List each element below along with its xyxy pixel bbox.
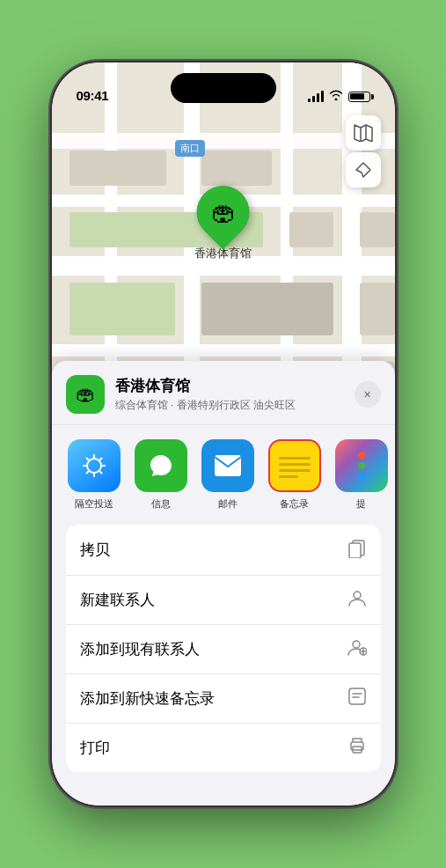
signal-icon (308, 91, 324, 102)
action-quick-note-label: 添加到新快速备忘录 (80, 688, 215, 709)
venue-info: 香港体育馆 综合体育馆 · 香港特别行政区 油尖旺区 (115, 376, 355, 413)
share-item-messages[interactable]: 信息 (133, 439, 189, 511)
phone-frame: 09:41 (52, 63, 395, 805)
sheet-header: 🏟 香港体育馆 综合体育馆 · 香港特别行政区 油尖旺区 × (52, 361, 395, 425)
venue-icon: 🏟 (66, 375, 105, 414)
messages-label: 信息 (151, 497, 171, 511)
location-button[interactable] (346, 152, 381, 188)
share-item-airdrop[interactable]: 隔空投送 (66, 439, 122, 511)
print-icon (347, 736, 367, 760)
action-new-contact[interactable]: 新建联系人 (66, 576, 381, 625)
dynamic-island (171, 73, 276, 103)
venue-desc: 综合体育馆 · 香港特别行政区 油尖旺区 (115, 398, 355, 413)
more-icon-box (335, 439, 388, 492)
mail-label: 邮件 (218, 497, 238, 511)
svg-point-4 (354, 592, 361, 599)
status-icons (308, 90, 370, 103)
close-button[interactable]: × (355, 381, 381, 408)
notes-label: 备忘录 (280, 497, 309, 511)
stadium-icon: 🏟 (211, 198, 236, 227)
bottom-sheet: 🏟 香港体育馆 综合体育馆 · 香港特别行政区 油尖旺区 × (52, 361, 395, 805)
action-print[interactable]: 打印 (66, 724, 381, 772)
map-entrance-label: 南口 (175, 140, 205, 157)
add-existing-icon (347, 637, 367, 661)
share-item-mail[interactable]: 邮件 (200, 439, 256, 511)
new-contact-icon (347, 588, 367, 612)
battery-icon (348, 92, 370, 102)
more-label: 提 (356, 497, 366, 511)
mail-icon-box (201, 439, 254, 492)
pin-bubble: 🏟 (186, 175, 260, 250)
messages-icon-box (135, 439, 187, 492)
airdrop-label: 隔空投送 (75, 497, 113, 511)
map-type-button[interactable] (346, 115, 381, 151)
svg-rect-7 (349, 688, 365, 704)
share-row: 隔空投送 信息 (52, 425, 395, 518)
status-time: 09:41 (77, 88, 109, 103)
action-quick-note[interactable]: 添加到新快速备忘录 (66, 674, 381, 724)
wifi-icon (329, 90, 343, 103)
notes-icon-box (268, 439, 321, 492)
action-copy-label: 拷贝 (80, 540, 110, 560)
copy-icon (347, 537, 367, 563)
share-item-more[interactable]: 提 (333, 439, 390, 511)
action-print-label: 打印 (80, 738, 110, 758)
action-copy[interactable]: 拷贝 (66, 525, 381, 576)
action-add-existing-contact[interactable]: 添加到现有联系人 (66, 625, 381, 674)
action-new-contact-label: 新建联系人 (80, 590, 155, 610)
venue-name: 香港体育馆 (115, 376, 355, 396)
share-item-notes[interactable]: 备忘录 (267, 439, 323, 511)
phone-screen: 09:41 (52, 63, 395, 805)
quick-note-icon (347, 687, 367, 710)
stadium-pin: 🏟 香港体育馆 (194, 186, 252, 261)
action-list: 拷贝 新建联系人 (66, 525, 381, 772)
airdrop-icon-box (68, 439, 121, 492)
svg-point-5 (353, 641, 360, 648)
action-add-existing-label: 添加到现有联系人 (80, 639, 200, 659)
svg-rect-3 (349, 543, 361, 558)
map-controls (346, 115, 381, 188)
